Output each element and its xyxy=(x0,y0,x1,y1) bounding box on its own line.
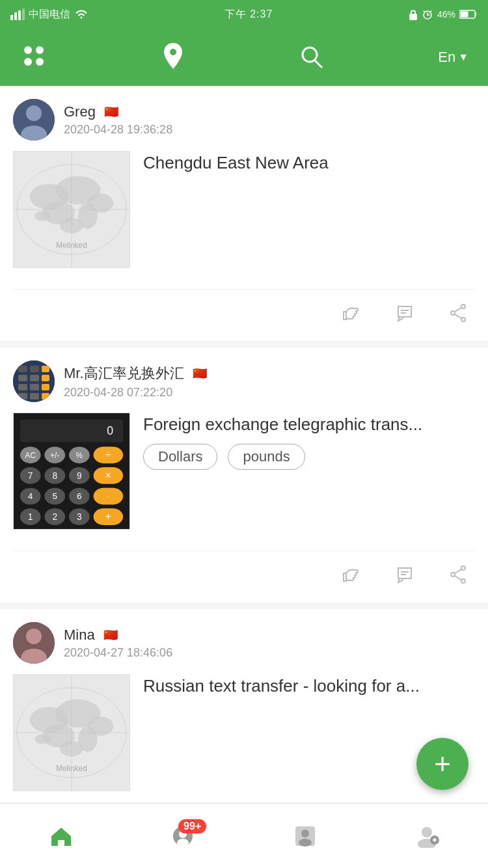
post-content-row: Melinked Russian text transfer - looking… xyxy=(13,674,475,802)
svg-point-15 xyxy=(170,49,176,55)
post-tags: Dollars pounds xyxy=(143,444,475,470)
language-selector[interactable]: En ▼ xyxy=(438,49,468,66)
post-item: Greg 🇨🇳 2020-04-28 19:36:28 Melinked xyxy=(0,86,488,341)
feed: Greg 🇨🇳 2020-04-28 19:36:28 Melinked xyxy=(0,86,488,868)
svg-point-14 xyxy=(36,58,44,66)
post-content-row: 0 AC +/- % ÷ 7 8 9 xyxy=(13,413,475,540)
svg-rect-52 xyxy=(42,393,49,400)
status-time: 下午 2:37 xyxy=(224,8,273,21)
svg-point-96 xyxy=(26,629,42,644)
svg-text:5: 5 xyxy=(52,491,57,502)
svg-rect-50 xyxy=(18,393,27,400)
svg-point-92 xyxy=(461,579,465,583)
post-image: Melinked xyxy=(13,674,130,791)
contacts-icon xyxy=(292,824,318,848)
post-meta: Mr.高汇率兑换外汇 🇨🇳 2020-04-28 07:22:20 xyxy=(64,364,475,400)
post-text: Foreign exchange telegraphic trans... xyxy=(143,413,475,436)
tag-dollars[interactable]: Dollars xyxy=(143,444,217,470)
svg-text:2: 2 xyxy=(52,511,57,522)
nav-messages[interactable]: 99+ xyxy=(170,824,196,848)
alarm-icon xyxy=(422,8,433,20)
toolbar: En ▼ xyxy=(0,29,488,86)
svg-text:-: - xyxy=(107,491,110,502)
post-time: 2020-04-27 18:46:06 xyxy=(64,646,475,660)
battery-percent: 46% xyxy=(437,9,455,20)
avatar xyxy=(13,360,55,402)
nav-contacts[interactable] xyxy=(292,824,318,848)
search-icon[interactable] xyxy=(299,42,325,73)
carrier-name: 中国电信 xyxy=(29,8,70,21)
like-button[interactable] xyxy=(341,564,362,590)
svg-rect-1 xyxy=(14,12,17,20)
svg-point-142 xyxy=(422,827,432,837)
battery-icon xyxy=(459,10,478,19)
share-button[interactable] xyxy=(448,303,468,328)
svg-text:3: 3 xyxy=(77,511,82,522)
apps-icon[interactable] xyxy=(20,42,48,73)
svg-rect-49 xyxy=(42,384,49,390)
tag-pounds[interactable]: pounds xyxy=(228,444,305,470)
svg-text:1: 1 xyxy=(28,511,33,522)
svg-text:+: + xyxy=(105,511,111,522)
share-button[interactable] xyxy=(448,564,468,590)
svg-rect-48 xyxy=(30,384,39,390)
post-username: Greg 🇨🇳 xyxy=(64,103,475,120)
post-actions xyxy=(13,289,475,341)
post-time: 2020-04-28 19:36:28 xyxy=(64,123,475,137)
svg-point-138 xyxy=(177,839,189,847)
message-badge: 99+ xyxy=(178,819,206,834)
svg-rect-3 xyxy=(22,8,25,20)
svg-text:AC: AC xyxy=(25,451,36,460)
svg-rect-2 xyxy=(18,10,21,20)
like-button[interactable] xyxy=(341,303,362,328)
post-header: Greg 🇨🇳 2020-04-28 19:36:28 xyxy=(13,99,475,141)
svg-text:+/-: +/- xyxy=(50,451,59,460)
post-username: Mr.高汇率兑换外汇 🇨🇳 xyxy=(64,364,475,383)
status-left: 中国电信 xyxy=(10,8,88,21)
svg-point-28 xyxy=(35,211,51,221)
avatar xyxy=(13,99,55,141)
svg-point-35 xyxy=(461,305,465,308)
svg-rect-43 xyxy=(42,366,49,372)
svg-text:8: 8 xyxy=(52,470,57,481)
dropdown-arrow: ▼ xyxy=(458,51,468,63)
fab-button[interactable]: + xyxy=(416,738,468,790)
post-content-row: Melinked Chengdu East New Area xyxy=(13,151,475,278)
svg-rect-41 xyxy=(18,366,27,372)
nav-profile[interactable] xyxy=(414,824,440,848)
worldmap-image: Melinked xyxy=(14,151,129,268)
svg-line-38 xyxy=(455,308,461,312)
comment-button[interactable] xyxy=(394,564,415,590)
svg-text:÷: ÷ xyxy=(105,449,111,460)
svg-rect-51 xyxy=(30,393,39,400)
svg-line-94 xyxy=(455,576,461,580)
nav-home[interactable] xyxy=(48,824,74,848)
svg-rect-10 xyxy=(461,12,468,18)
svg-text:×: × xyxy=(105,470,111,481)
svg-text:6: 6 xyxy=(77,491,82,502)
post-meta: Mina 🇨🇳 2020-04-27 18:46:06 xyxy=(64,627,475,660)
svg-text:9: 9 xyxy=(77,470,82,481)
comment-button[interactable] xyxy=(394,303,415,328)
lock-icon xyxy=(409,8,418,20)
svg-point-11 xyxy=(24,46,32,54)
svg-point-13 xyxy=(24,58,32,66)
status-right: 46% xyxy=(409,8,478,20)
user-flag: 🇨🇳 xyxy=(101,105,122,119)
post-header: Mr.高汇率兑换外汇 🇨🇳 2020-04-28 07:22:20 xyxy=(13,360,475,402)
svg-point-90 xyxy=(461,566,465,570)
svg-rect-44 xyxy=(18,375,27,381)
svg-text:0: 0 xyxy=(107,424,113,437)
post-actions xyxy=(13,550,475,603)
signal-icon xyxy=(10,8,25,20)
location-icon[interactable] xyxy=(161,42,185,73)
svg-rect-0 xyxy=(10,15,13,20)
svg-rect-45 xyxy=(30,375,39,381)
svg-point-91 xyxy=(451,573,455,576)
user-flag: 🇨🇳 xyxy=(189,366,210,381)
svg-rect-5 xyxy=(409,14,417,20)
worldmap-image-2: Melinked xyxy=(14,674,129,791)
svg-text:%: % xyxy=(76,451,83,460)
svg-rect-47 xyxy=(18,384,27,390)
svg-rect-46 xyxy=(42,375,49,381)
